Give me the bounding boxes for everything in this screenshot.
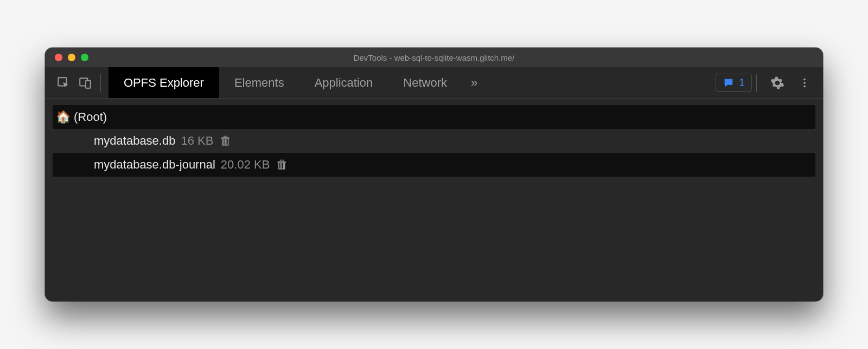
titlebar: DevTools - web-sql-to-sqlite-wasm.glitch…	[45, 48, 823, 67]
toolbar-divider	[100, 74, 101, 92]
tree-root-row[interactable]: 🏠 (Root)	[53, 105, 815, 129]
minimize-window-button[interactable]	[68, 54, 75, 61]
more-tabs-button[interactable]: »	[462, 67, 486, 98]
close-window-button[interactable]	[55, 54, 62, 61]
tab-elements[interactable]: Elements	[219, 67, 299, 98]
tab-label: Network	[403, 76, 447, 90]
panel-tabs: OPFS Explorer Elements Application Netwo…	[108, 67, 486, 98]
tab-label: OPFS Explorer	[124, 76, 204, 90]
zoom-window-button[interactable]	[81, 54, 88, 61]
trash-icon: 🗑	[276, 158, 288, 171]
svg-point-3	[803, 78, 806, 80]
tab-network[interactable]: Network	[388, 67, 462, 98]
kebab-icon	[799, 77, 810, 89]
issues-count: 1	[739, 76, 745, 89]
trash-icon: 🗑	[220, 134, 232, 147]
file-size: 20.02 KB	[221, 158, 270, 172]
tab-opfs-explorer[interactable]: OPFS Explorer	[108, 67, 219, 98]
tab-label: Application	[315, 76, 373, 90]
svg-point-4	[803, 82, 806, 84]
settings-button[interactable]	[767, 72, 788, 94]
inspect-element-icon[interactable]	[53, 72, 74, 94]
traffic-lights	[45, 54, 88, 61]
file-row[interactable]: mydatabase.db-journal 20.02 KB 🗑	[53, 153, 815, 177]
delete-file-button[interactable]: 🗑	[220, 134, 232, 148]
toolbar-divider	[756, 74, 757, 92]
tab-label: Elements	[234, 76, 284, 90]
opfs-explorer-panel: 🏠 (Root) mydatabase.db 16 KB 🗑 mydatabas…	[45, 99, 823, 301]
tab-application[interactable]: Application	[299, 67, 388, 98]
devtools-window: DevTools - web-sql-to-sqlite-wasm.glitch…	[45, 48, 823, 301]
file-name: mydatabase.db	[94, 134, 175, 148]
chat-icon	[723, 77, 735, 89]
more-options-button[interactable]	[794, 72, 815, 94]
file-name: mydatabase.db-journal	[94, 158, 215, 172]
file-row[interactable]: mydatabase.db 16 KB 🗑	[53, 129, 815, 153]
device-toolbar-icon[interactable]	[74, 72, 96, 94]
home-icon: 🏠	[56, 110, 71, 124]
root-label: (Root)	[74, 110, 107, 124]
gear-icon	[770, 76, 784, 90]
file-size: 16 KB	[181, 134, 213, 148]
more-tabs-label: »	[471, 76, 477, 90]
devtools-toolbar: OPFS Explorer Elements Application Netwo…	[45, 67, 823, 99]
window-title: DevTools - web-sql-to-sqlite-wasm.glitch…	[45, 53, 823, 62]
svg-rect-2	[86, 80, 91, 88]
delete-file-button[interactable]: 🗑	[276, 158, 288, 172]
svg-point-5	[803, 85, 806, 87]
issues-badge[interactable]: 1	[716, 74, 752, 92]
